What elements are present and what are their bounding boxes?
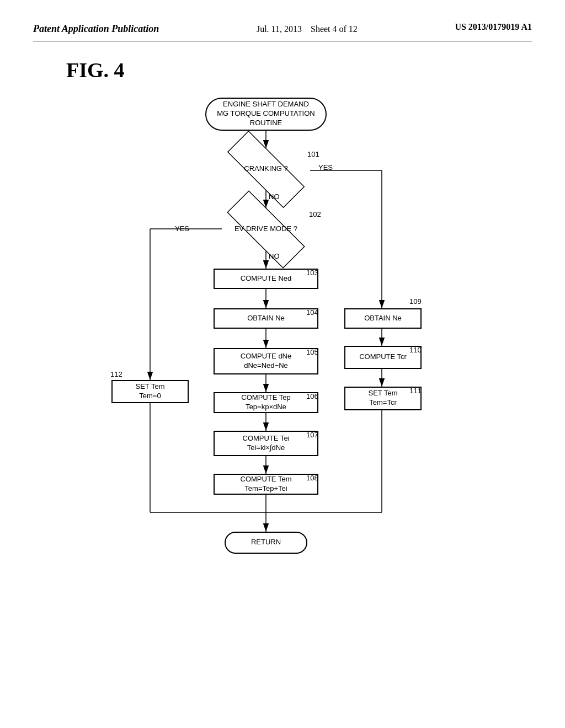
publication-label: Patent Application Publication <box>33 23 159 34</box>
node-b103: COMPUTE Ned <box>214 269 318 289</box>
node-return: RETURN <box>225 532 307 554</box>
label-yes-102: YES <box>175 224 189 233</box>
node-start: ENGINE SHAFT DEMANDMG TORQUE COMPUTATION… <box>205 98 327 131</box>
node-b105: COMPUTE dNedNe=Ned−Ne <box>214 348 318 374</box>
ref-106: 106 <box>306 392 318 400</box>
label-yes-101: YES <box>318 163 333 172</box>
node-b109: OBTAIN Ne <box>344 308 422 329</box>
ref-104: 104 <box>306 308 318 317</box>
ref-110: 110 <box>409 346 422 354</box>
label-no-102: NO <box>269 252 280 260</box>
label-no-101: NO <box>269 192 280 201</box>
node-b106: COMPUTE TepTep=kp×dNe <box>214 392 318 413</box>
header: Patent Application Publication Jul. 11, … <box>33 22 532 41</box>
ref-109: 109 <box>409 297 422 306</box>
ref-108: 108 <box>306 474 318 482</box>
node-d102: EV DRIVE MODE ? <box>211 208 321 251</box>
ref-105: 105 <box>306 348 318 356</box>
header-left: Patent Application Publication <box>33 22 159 36</box>
node-d101: CRANKING ? <box>211 148 321 190</box>
ref-103: 103 <box>306 269 318 277</box>
publication-date: Jul. 11, 2013 <box>257 24 302 34</box>
flowchart: ENGINE SHAFT DEMANDMG TORQUE COMPUTATION… <box>89 88 476 667</box>
node-b112: SET TemTem=0 <box>111 380 189 403</box>
ref-112: 112 <box>110 370 122 378</box>
patent-number: US 2013/0179019 A1 <box>455 22 532 31</box>
fig-number: FIG. 4 <box>66 58 125 82</box>
header-center: Jul. 11, 2013 Sheet 4 of 12 <box>257 22 358 36</box>
node-b108: COMPUTE TemTem=Tep+Tei <box>214 474 318 495</box>
fig-label: FIG. 4 <box>66 58 532 82</box>
sheet-info: Sheet 4 of 12 <box>311 24 358 34</box>
page: Patent Application Publication Jul. 11, … <box>0 0 565 728</box>
ref-101: 101 <box>307 150 319 158</box>
ref-111: 111 <box>409 387 422 395</box>
ref-102: 102 <box>309 210 321 218</box>
ref-107: 107 <box>306 431 318 439</box>
node-b107: COMPUTE TeiTei=ki×∫dNe <box>214 431 318 456</box>
node-b104: OBTAIN Ne <box>214 308 318 329</box>
header-right: US 2013/0179019 A1 <box>455 22 532 32</box>
